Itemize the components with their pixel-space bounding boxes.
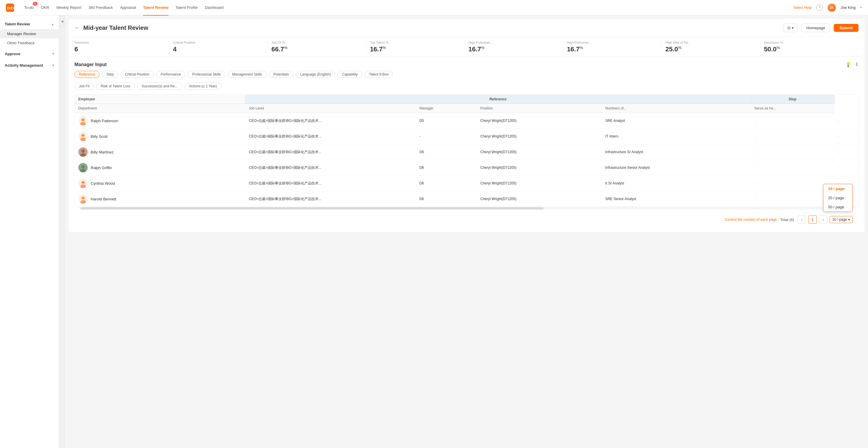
table-group-header-row: Employee Reference Step xyxy=(75,95,858,104)
topnav: DiDi To-do 6 OKR Weekly Report 360 Feedb… xyxy=(0,0,868,15)
tab-talent-9-box[interactable]: Talent 9-Box xyxy=(365,71,393,78)
th-numbers-of: Numbers of... xyxy=(602,104,751,113)
sidebar-item-manager-review[interactable]: Manager Review xyxy=(0,29,59,38)
svg-point-10 xyxy=(81,135,83,136)
nav-item-talent-profile[interactable]: Talent Profile xyxy=(176,4,198,11)
td-job-level: D6 xyxy=(416,144,477,160)
tab-language[interactable]: Language (English) xyxy=(296,71,335,78)
table-row: Ralph Patterson CEO>总裁>国际事业群IBG>国际化产品技术.… xyxy=(75,113,858,129)
didi-logo-icon: DiDi xyxy=(6,4,14,12)
stat-reviewed: Reviewed 6 xyxy=(74,41,169,53)
nav-item-weekly[interactable]: Weekly Report xyxy=(56,4,82,11)
per-page-option-10[interactable]: 10 / page xyxy=(824,184,852,193)
td-numbers: - xyxy=(751,129,834,144)
tab-job-fit[interactable]: Job Fit xyxy=(74,83,94,90)
td-numbers: - xyxy=(751,160,834,176)
sidebar-collapse-btn[interactable]: ◀ xyxy=(59,15,65,27)
sidebar-section-header-talent-review[interactable]: Talent Review ▲ xyxy=(0,19,59,29)
table-row: Cynthia Wood CEO>总裁>国际事业群IBG>国际化产品技术... … xyxy=(75,176,858,191)
td-manager: Cheryl Wright(D71205) xyxy=(477,191,602,207)
tab-reference[interactable]: Reference xyxy=(74,71,99,78)
stat-successor: Successor % 50.0% xyxy=(761,41,859,53)
tab-actions[interactable]: Actions (≤ 1 Year) xyxy=(185,83,222,90)
tab-step[interactable]: Step xyxy=(102,71,118,78)
sidebar-section-approve: Approve ▾ xyxy=(0,49,59,59)
nav-item-talent-review[interactable]: Talent Review xyxy=(143,4,168,11)
horizontal-scrollbar[interactable] xyxy=(80,207,852,210)
tab-successors[interactable]: Successor(s) and Re... xyxy=(137,83,182,90)
need-help-link[interactable]: Need Help xyxy=(794,5,812,10)
manager-input-title: Manager Input 💡 ⬇ xyxy=(74,62,859,67)
table-row: Billy Martinez CEO>总裁>国际事业群IBG>国际化产品技术..… xyxy=(75,144,858,160)
td-employee: Ralph Patterson xyxy=(75,113,245,129)
download-icon[interactable]: ⬇ xyxy=(855,62,859,67)
employee-name: Ralph Griffin xyxy=(91,166,112,170)
stat-high-potential: High Potentials ... 16.7% xyxy=(465,41,563,53)
td-serve: - xyxy=(834,129,858,144)
sidebar-section-activity: Activity Management ▾ xyxy=(0,60,59,71)
stats-bar: Reviewed 6 Critical Position 4 Job Fit %… xyxy=(68,37,864,57)
employee-name: Cynthia Wood xyxy=(91,181,115,186)
employee-avatar xyxy=(78,132,88,141)
svg-point-27 xyxy=(84,198,85,199)
th-position: Position xyxy=(477,104,602,113)
sidebar-section-header-activity[interactable]: Activity Management ▾ xyxy=(0,60,59,71)
filter-chevron-icon: ▾ xyxy=(792,26,794,30)
td-numbers: - xyxy=(751,113,834,129)
td-position: Infrastructure Sr Analyst xyxy=(602,144,751,160)
tab-capability[interactable]: Capability xyxy=(338,71,362,78)
page-title-area: ← Mid-year Talent Review xyxy=(74,25,148,31)
todo-badge: 6 xyxy=(33,2,37,6)
td-employee: Harold Bennett xyxy=(75,191,245,207)
main-content: ← Mid-year Talent Review ⊟ ▾ Homepage Su… xyxy=(65,15,868,448)
td-job-level: D6 xyxy=(416,176,477,191)
svg-point-16 xyxy=(81,165,85,169)
th-job-level: Job Level xyxy=(245,104,416,113)
tab-management-skills[interactable]: Management Skills xyxy=(228,71,267,78)
sidebar-section-header-approve[interactable]: Approve ▾ xyxy=(0,49,59,59)
user-name[interactable]: Joe King xyxy=(840,5,856,10)
per-page-option-20[interactable]: 20 / page xyxy=(824,193,852,202)
td-department: CEO>总裁>国际事业群IBG>国际化产品技术... xyxy=(245,144,416,160)
tab-critical-position[interactable]: Critical Position xyxy=(121,71,154,78)
next-page-button[interactable]: › xyxy=(819,215,827,224)
back-button[interactable]: ← xyxy=(74,25,80,31)
per-page-select[interactable]: 10 / page ▾ xyxy=(830,216,852,223)
employee-table-container: Employee Reference Step Department Job L… xyxy=(74,95,859,207)
th-employee-group: Employee xyxy=(75,95,245,104)
td-serve: - xyxy=(834,160,858,176)
th-serve-as: Serve as he... xyxy=(751,104,834,113)
td-department: CEO>总裁>国际事业群IBG>国际化产品技术... xyxy=(245,113,416,129)
sidebar-item-other-feedback[interactable]: Other Feedback xyxy=(0,38,59,47)
page-1-button[interactable]: 1 xyxy=(808,215,816,224)
tab-potentials[interactable]: Potentials xyxy=(269,71,293,78)
nav-item-dashboard[interactable]: Dashboard xyxy=(205,4,224,11)
prev-page-button[interactable]: ‹ xyxy=(798,215,806,224)
help-circle-icon[interactable]: ? xyxy=(816,4,823,11)
homepage-button[interactable]: Homepage xyxy=(801,24,830,32)
tab-risk-talent[interactable]: Risk of Talent Loss xyxy=(96,83,135,90)
td-employee: Billy Martinez xyxy=(75,144,245,160)
total-label: Total (6) xyxy=(780,217,794,222)
per-page-option-50[interactable]: 50 / page xyxy=(824,202,852,212)
nav-item-okr[interactable]: OKR xyxy=(41,4,49,11)
nav-item-appraisal[interactable]: Appraisal xyxy=(120,4,136,11)
stat-jobfit: Job Fit % 66.7% xyxy=(268,41,366,53)
tab-performance[interactable]: Performance xyxy=(156,71,186,78)
tab-professional-skills[interactable]: Professional Skills xyxy=(188,71,225,78)
submit-button[interactable]: Submit xyxy=(834,24,859,32)
td-job-level: D6 xyxy=(416,160,477,176)
tab-filters-row2: Job Fit Risk of Talent Loss Successor(s)… xyxy=(74,83,859,90)
employee-name: Harold Bennett xyxy=(91,197,116,201)
nav-item-todo[interactable]: To-do 6 xyxy=(24,4,34,11)
lightbulb-icon[interactable]: 💡 xyxy=(845,62,851,67)
filter-button[interactable]: ⊟ ▾ xyxy=(783,24,798,32)
th-department: Department xyxy=(75,104,245,113)
td-position: SRE Analyst xyxy=(602,113,751,129)
per-page-dropdown: 10 / page 20 / page 50 / page xyxy=(823,184,852,212)
svg-point-22 xyxy=(84,182,85,183)
svg-text:DiDi: DiDi xyxy=(7,6,14,10)
td-job-level: D6 xyxy=(416,191,477,207)
table-row: Harold Bennett CEO>总裁>国际事业群IBG>国际化产品技术..… xyxy=(75,191,858,207)
nav-item-360[interactable]: 360 Feedback xyxy=(89,4,113,11)
